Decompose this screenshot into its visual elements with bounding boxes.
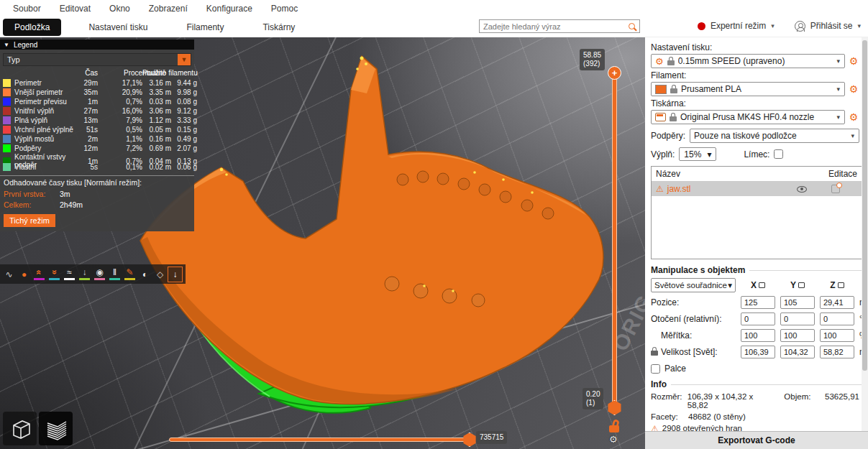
size-x-input[interactable] bbox=[741, 346, 775, 358]
tab-plater[interactable]: Podložka bbox=[3, 19, 61, 36]
feature-percent: 0,5% bbox=[118, 126, 142, 134]
login-button[interactable]: Přihlásit se bbox=[810, 21, 853, 31]
rotation-y-input[interactable] bbox=[780, 313, 815, 325]
tab-filaments[interactable]: Filamenty bbox=[175, 19, 235, 36]
chevron-down-icon[interactable]: ▾ bbox=[771, 22, 775, 29]
position-z-input[interactable] bbox=[820, 296, 854, 309]
coordinate-system-dropdown[interactable]: Světové souřadnice ▾ bbox=[651, 278, 736, 292]
scale-x-input[interactable] bbox=[741, 329, 775, 342]
extruder-marker-icon[interactable]: ↓ bbox=[168, 267, 183, 282]
printer-combo[interactable]: Original Prusa MK4S HF0.4 nozzle ▾ bbox=[651, 110, 845, 124]
tool-changes-icon[interactable]: ◉ bbox=[92, 266, 107, 283]
layer-slider-track[interactable] bbox=[612, 72, 617, 407]
supports-combo[interactable]: Pouze na tiskové podložce ▾ bbox=[690, 129, 859, 143]
seams-icon[interactable]: ≈ bbox=[62, 266, 77, 283]
first-layer-label: První vrstva: bbox=[4, 190, 60, 198]
stealth-mode-button[interactable]: Tichý režim bbox=[4, 214, 55, 227]
retractions-icon[interactable]: « bbox=[32, 266, 47, 283]
infill-combo[interactable]: 15% ▾ bbox=[679, 147, 716, 161]
axis-box-icon[interactable] bbox=[838, 282, 844, 288]
size-z-input[interactable] bbox=[820, 346, 854, 358]
warning-icon: ⚠ bbox=[656, 184, 664, 194]
feature-time: 2m bbox=[81, 135, 98, 143]
menu-window[interactable]: Okno bbox=[109, 4, 130, 14]
export-gcode-button[interactable]: Exportovat G-code bbox=[645, 431, 868, 449]
chevron-down-icon[interactable]: ▾ bbox=[857, 22, 861, 29]
edit-object-icon[interactable] bbox=[831, 185, 840, 193]
brim-checkbox[interactable] bbox=[774, 149, 783, 159]
size-info-value: 106,39 x 104,32 x 58,82 bbox=[687, 392, 775, 409]
sidebar-scrollbar[interactable] bbox=[862, 37, 868, 431]
layers-icon bbox=[43, 416, 69, 442]
legend-row-9: Vlastní5s0,1%0.02 m0.06 g bbox=[0, 162, 194, 172]
axis-box-icon[interactable] bbox=[759, 282, 765, 288]
printer-gear-button[interactable]: ⚙ bbox=[848, 111, 859, 123]
color-print-icon[interactable]: ● bbox=[17, 266, 32, 283]
menu-file[interactable]: Soubor bbox=[13, 4, 41, 14]
feature-percent: 1,1% bbox=[118, 135, 142, 143]
legend-view-type-dropdown[interactable]: Typ ▼ bbox=[3, 53, 191, 66]
size-info-label: Rozměr: bbox=[651, 392, 687, 409]
slider-lock-icon[interactable] bbox=[608, 420, 620, 432]
filament-combo[interactable]: Prusament PLA ▾ bbox=[651, 82, 845, 96]
object-list[interactable]: Název Editace ⚠ jaw.stl bbox=[651, 166, 862, 259]
collapse-triangle-icon[interactable]: ▼ bbox=[4, 42, 9, 48]
inches-checkbox[interactable] bbox=[651, 364, 660, 374]
feature-length: 3.16 m bbox=[142, 79, 171, 87]
chevron-down-icon: ▾ bbox=[707, 149, 711, 159]
3d-viewport[interactable]: ORIG bbox=[0, 37, 645, 449]
menu-configuration[interactable]: Konfigurace bbox=[206, 4, 252, 14]
layer-slider-bottom-tooltip: 0.20 (1) bbox=[583, 388, 603, 409]
menu-view[interactable]: Zobrazení bbox=[149, 4, 188, 14]
search-icon[interactable] bbox=[629, 23, 635, 29]
brim-label: Límec: bbox=[744, 149, 769, 159]
feature-color-chip bbox=[3, 88, 11, 96]
scale-z-input[interactable] bbox=[820, 329, 854, 342]
center-of-gravity-icon[interactable]: ◐ bbox=[137, 266, 152, 283]
scrollbar-thumb[interactable] bbox=[862, 40, 867, 371]
custom-gcode-icon[interactable]: ✎ bbox=[122, 266, 137, 283]
shells-icon[interactable]: ◇ bbox=[152, 266, 168, 283]
feature-length: 1.12 m bbox=[142, 116, 171, 124]
size-y-input[interactable] bbox=[780, 346, 815, 358]
first-layer-value: 3m bbox=[60, 190, 70, 198]
layer-slider-upper-handle[interactable]: + bbox=[608, 66, 621, 80]
color-changes-icon[interactable]: ↓ bbox=[77, 266, 92, 283]
dropdown-arrow-icon[interactable]: ▼ bbox=[178, 54, 191, 65]
infill-label: Výplň: bbox=[651, 149, 675, 159]
print-settings-gear-button[interactable]: ⚙ bbox=[848, 55, 859, 67]
chevron-down-icon: ▾ bbox=[851, 132, 854, 139]
slider-settings-gear-icon[interactable]: ⚙ bbox=[609, 434, 618, 445]
filament-gear-button[interactable]: ⚙ bbox=[848, 83, 859, 95]
print-time-estimates: Odhadované časy tisku [Normální režim]: … bbox=[0, 175, 194, 231]
move-slider-track[interactable] bbox=[169, 438, 471, 442]
travel-moves-icon[interactable]: ∿ bbox=[1, 266, 17, 283]
feature-percent: 20,9% bbox=[118, 88, 142, 96]
feature-time: 51s bbox=[81, 126, 98, 134]
pause-prints-icon[interactable]: ‖ bbox=[107, 266, 122, 283]
rotation-z-input[interactable] bbox=[820, 313, 854, 325]
feature-percent: 7,9% bbox=[118, 116, 142, 124]
tab-print-settings[interactable]: Nastavení tisku bbox=[77, 19, 159, 36]
3d-editor-view-button[interactable] bbox=[3, 412, 37, 445]
position-x-input[interactable] bbox=[741, 296, 775, 309]
tab-printers[interactable]: Tiskárny bbox=[251, 19, 306, 36]
object-row-jaw[interactable]: ⚠ jaw.stl bbox=[652, 182, 862, 196]
size-label: Velikost [Svět]: bbox=[651, 347, 736, 357]
visibility-eye-icon[interactable] bbox=[797, 186, 807, 193]
menu-edit[interactable]: Editovat bbox=[60, 4, 91, 14]
rotation-x-input[interactable] bbox=[741, 313, 775, 325]
print-settings-combo[interactable]: ⚙ 0.15mm SPEED (upraveno) ▾ bbox=[651, 54, 845, 68]
axis-box-icon[interactable] bbox=[798, 282, 805, 288]
mode-selector[interactable]: Expertní režim bbox=[711, 21, 766, 31]
search-box[interactable] bbox=[479, 19, 640, 33]
search-input[interactable] bbox=[480, 22, 629, 31]
menu-help[interactable]: Pomoc bbox=[271, 4, 298, 14]
feature-weight: 0.08 g bbox=[171, 98, 197, 106]
position-y-input[interactable] bbox=[780, 296, 815, 309]
scale-y-input[interactable] bbox=[780, 329, 815, 342]
deretractions-icon[interactable]: « bbox=[47, 266, 62, 283]
uniform-scale-lock-icon[interactable] bbox=[651, 347, 658, 356]
preview-view-button[interactable] bbox=[39, 412, 73, 445]
legend-header[interactable]: ▼ Legend bbox=[0, 40, 194, 50]
